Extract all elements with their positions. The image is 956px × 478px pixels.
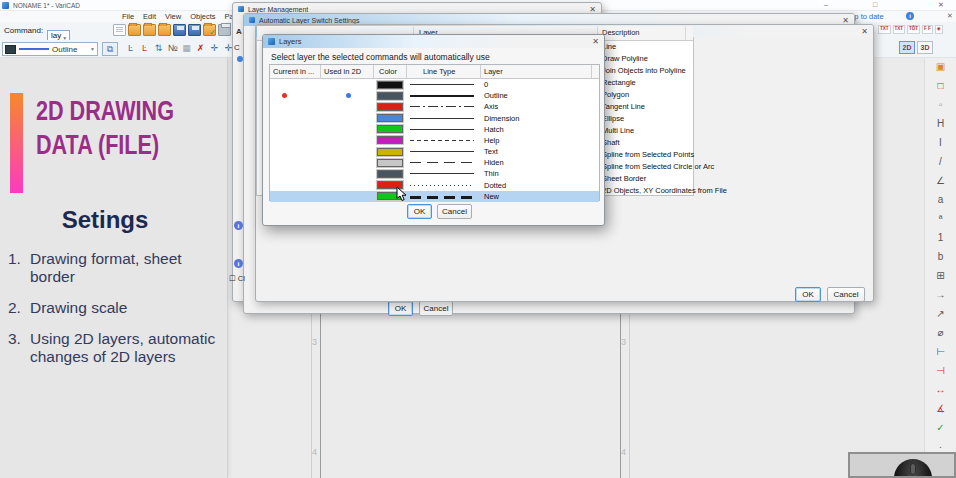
column-divider [480,65,481,79]
layers-table-row-hiden[interactable]: Hiden [270,157,599,168]
layer-name: Thin [484,169,499,178]
mouse-cursor-icon [396,186,408,202]
distance-icon[interactable]: H [925,115,956,134]
menu-item-file[interactable]: File [122,12,134,21]
blank-icon[interactable]: ▦ [180,41,193,55]
layers-table-row-dimension[interactable]: Dimension [270,113,599,124]
layer-color-swatch [377,92,403,100]
layer-line-sample [410,151,474,152]
update-info-icon[interactable]: i [906,12,914,20]
move-layer-icon[interactable]: ⇅ [152,41,165,55]
ok-button[interactable]: OK [388,301,413,316]
dim-ok-icon[interactable]: ✓ [925,419,956,438]
text-tool-icon[interactable]: F F [922,25,933,34]
layers-table-row-thin[interactable]: Thin [270,168,599,179]
mode-3d-button[interactable]: 3D [917,41,933,54]
leader-b-icon[interactable]: b [925,248,956,267]
select-region-icon[interactable]: ▫ [925,96,956,115]
close-icon[interactable]: ✕ [861,27,868,36]
text-cursor-icon[interactable]: I [925,134,956,153]
overlay-item-text: Using 2D layers, automatic changes of 2D… [30,330,222,366]
layers-tool-icon[interactable]: ⧉ [102,42,118,56]
text-tool-icon[interactable]: TXT [878,25,891,34]
row-description: Rectangle [602,78,636,87]
menu-item-view[interactable]: View [165,12,181,21]
chevron-down-icon[interactable]: ▼ [90,46,95,52]
row-description: 2D Objects, XY Coordinates from File [602,186,727,195]
rename-layer-icon[interactable]: № [166,41,179,55]
delete-icon[interactable]: ✗ [194,41,207,55]
close-app-button[interactable]: ✕ [938,1,944,9]
layers-table-row-axis[interactable]: Axis [270,101,599,112]
layers-table-body: 0OutlineAxisDimensionHatchHelpTextHidenT… [270,79,599,202]
import-folder-icon[interactable] [143,24,156,36]
minimize-button[interactable]: – [824,1,828,8]
ruler-mark: 4 [621,447,626,457]
line-style-selector[interactable]: Outline ▼ [2,42,98,56]
detail-grid-icon[interactable]: ⊞ [925,267,956,286]
leader-a2-icon[interactable]: ª [925,210,956,229]
cancel-button[interactable]: Cancel [827,287,865,302]
layer-delete-icon[interactable]: Ŀ [138,41,151,55]
app-title: NONAME 1* - VariCAD [13,2,80,9]
recent-folder-icon[interactable] [158,24,171,36]
row-description: Tangent Line [602,102,645,111]
cancel-button[interactable]: Cancel [437,204,472,219]
close-icon[interactable]: ✕ [592,37,599,46]
save-as-icon[interactable] [188,24,201,36]
layer-color-swatch [377,81,403,89]
export-folder-icon[interactable]: ▣ [925,58,956,77]
maximize-button[interactable]: □ [873,1,877,8]
layer-line-sample [410,106,474,107]
layer-line-sample [410,118,474,119]
mode-2d-button[interactable]: 2D [899,41,915,54]
column-header-color: Color [379,67,397,76]
row-description: Sheet Border [602,174,646,183]
layers-table-row-text[interactable]: Text [270,146,599,157]
layers-table-row-help[interactable]: Help [270,135,599,146]
new-file-icon[interactable] [113,24,126,36]
print-icon[interactable] [218,24,231,36]
line-icon[interactable]: / [925,153,956,172]
layers-table-row-dotted[interactable]: Dotted [270,180,599,191]
dim-angle-icon[interactable]: ∡ [925,400,956,419]
diameter-icon[interactable]: ⌀ [925,324,956,343]
overlay-list: 1.Drawing format, sheet border2.Drawing … [8,250,222,379]
ok-button[interactable]: OK [795,287,821,302]
text-tool-icon[interactable]: TŌT [907,25,920,34]
layers-table-row-0[interactable]: 0 [270,79,599,90]
menu-item-objects[interactable]: Objects [190,12,215,21]
layers-table-row-outline[interactable]: Outline [270,90,599,101]
arrow-icon[interactable]: → [925,286,956,305]
layer-name: Text [484,147,498,156]
folder-check-icon[interactable] [203,24,216,36]
layer-line-sample [410,84,474,85]
clipped-checkbox[interactable]: ☐ Cl [229,274,245,283]
overlay-list-item: 1.Drawing format, sheet border [8,250,222,286]
save-icon[interactable] [173,24,186,36]
red-rectangle-icon[interactable]: □ [925,77,956,96]
broken-leader-icon[interactable]: ↗ [925,305,956,324]
layers-table-row-new[interactable]: New [270,191,599,202]
move-icon[interactable]: ✛ [208,41,221,55]
info-icon: i [234,221,243,230]
leader-1-icon[interactable]: 1 [925,229,956,248]
notice-close-icon[interactable]: ✕ [947,12,953,20]
dim-blue-icon[interactable]: ⊢ [925,343,956,362]
leader-a-icon[interactable]: a [925,191,956,210]
open-folder-icon[interactable] [128,24,141,36]
ok-button[interactable]: OK [407,204,432,219]
layer-letter-b-icon[interactable]: Ŀ [124,41,137,55]
cancel-button[interactable]: Cancel [419,301,453,316]
varicad-dialog-icon [238,6,244,12]
dim-red-icon[interactable]: ⊣ [925,362,956,381]
layers-dialog-title-bar[interactable]: Layers ✕ [263,35,604,48]
menu-item-edit[interactable]: Edit [143,12,156,21]
text-tool-icon[interactable]: ◉ [935,25,943,34]
angle-icon[interactable]: ∠ [925,172,956,191]
layers-dialog: Layers ✕ Select layer the selected comma… [262,34,605,226]
dim-span-icon[interactable]: ↔ [925,381,956,400]
text-tool-icon[interactable]: TXT [893,25,906,34]
dialog-title: Layers [279,37,302,46]
layers-table-row-hatch[interactable]: Hatch [270,124,599,135]
